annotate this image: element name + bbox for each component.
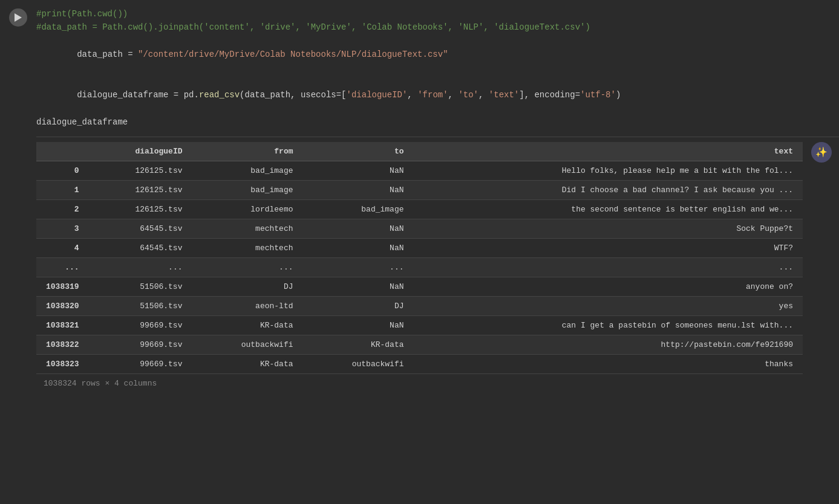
cell-5-to: ...: [303, 257, 414, 277]
run-button-area: [0, 0, 36, 504]
cell-2-index: 2: [36, 199, 89, 219]
cell-10-dialogueID: 99669.tsv: [89, 354, 192, 373]
cell-1-text: Did I choose a bad channel? I ask becaus…: [414, 180, 803, 199]
cell-1-dialogueID: 126125.tsv: [89, 180, 192, 199]
col-header-dialogueid: dialogueID: [89, 142, 192, 161]
cell-9-to: KR-data: [303, 335, 414, 354]
cell-7-from: aeon-ltd: [192, 296, 302, 315]
cell-8-dialogueID: 99669.tsv: [89, 315, 192, 335]
table-row: 2126125.tsvlordleemobad_imagethe second …: [36, 199, 803, 219]
cell-7-dialogueID: 51506.tsv: [89, 296, 192, 315]
cell-6-text: anyone on?: [414, 277, 803, 296]
cell-0-from: bad_image: [192, 161, 302, 180]
cell-5-from: ...: [192, 257, 302, 277]
cell-4-text: WTF?: [414, 238, 803, 257]
cell-6-dialogueID: 51506.tsv: [89, 277, 192, 296]
cell-4-index: 4: [36, 238, 89, 257]
cell-3-from: mechtech: [192, 219, 302, 238]
code-area: #print(Path.cwd()) #data_path = Path.cwd…: [36, 0, 839, 137]
notebook-cell: #print(Path.cwd()) #data_path = Path.cwd…: [0, 0, 839, 504]
table-row: 103832299669.tsvoutbackwifiKR-datahttp:/…: [36, 335, 803, 354]
cell-2-text: the second sentence is better english an…: [414, 199, 803, 219]
cell-6-from: DJ: [192, 277, 302, 296]
svg-marker-0: [15, 13, 22, 22]
cell-8-to: NaN: [303, 315, 414, 335]
cell-0-to: NaN: [303, 161, 414, 180]
code-line-1: #print(Path.cwd()): [36, 7, 832, 21]
cell-content: #print(Path.cwd()) #data_path = Path.cwd…: [36, 0, 839, 504]
cell-10-from: KR-data: [192, 354, 302, 373]
table-row: 364545.tsvmechtechNaNSock Puppe?t: [36, 219, 803, 238]
col-header-from: from: [192, 142, 302, 161]
cell-7-text: yes: [414, 296, 803, 315]
table-row: 103832051506.tsvaeon-ltdDJyes: [36, 296, 803, 315]
cell-3-dialogueID: 64545.tsv: [89, 219, 192, 238]
cell-3-text: Sock Puppe?t: [414, 219, 803, 238]
cell-4-from: mechtech: [192, 238, 302, 257]
cell-10-text: thanks: [414, 354, 803, 373]
cell-6-index: 1038319: [36, 277, 89, 296]
cell-0-dialogueID: 126125.tsv: [89, 161, 192, 180]
table-row: 464545.tsvmechtechNaNWTF?: [36, 238, 803, 257]
cell-5-index: ...: [36, 257, 89, 277]
col-header-to: to: [303, 142, 414, 161]
run-button[interactable]: [9, 8, 27, 27]
cell-1-from: bad_image: [192, 180, 302, 199]
code-line-5: dialogue_dataframe: [36, 115, 832, 129]
magic-icon: ✨: [815, 146, 828, 158]
cell-2-from: lordleemo: [192, 199, 302, 219]
output-area: ✨ dialogueID from to text 0126125.ts: [36, 137, 839, 398]
table-row: 103832399669.tsvKR-dataoutbackwifithanks: [36, 354, 803, 373]
table-row: 0126125.tsvbad_imageNaNHello folks, plea…: [36, 161, 803, 180]
cell-5-text: ...: [414, 257, 803, 277]
cell-7-to: DJ: [303, 296, 414, 315]
cell-4-to: NaN: [303, 238, 414, 257]
code-line-3: data_path = "/content/drive/MyDrive/Cola…: [36, 34, 832, 75]
cell-2-to: bad_image: [303, 199, 414, 219]
cell-3-index: 3: [36, 219, 89, 238]
cell-9-from: outbackwifi: [192, 335, 302, 354]
cell-10-index: 1038323: [36, 354, 89, 373]
code-line-2: #data_path = Path.cwd().joinpath('conten…: [36, 21, 832, 34]
table-row: ...............: [36, 257, 803, 277]
cell-3-to: NaN: [303, 219, 414, 238]
table-row: 103832199669.tsvKR-dataNaNcan I get a pa…: [36, 315, 803, 335]
table-row: 103831951506.tsvDJNaNanyone on?: [36, 277, 803, 296]
dataframe-table-wrapper: dialogueID from to text 0126125.tsvbad_i…: [36, 142, 839, 374]
magic-button[interactable]: ✨: [811, 142, 832, 163]
cell-5-dialogueID: ...: [89, 257, 192, 277]
cell-10-to: outbackwifi: [303, 354, 414, 373]
cell-1-index: 1: [36, 180, 89, 199]
cell-0-text: Hello folks, please help me a bit with t…: [414, 161, 803, 180]
cell-0-index: 0: [36, 161, 89, 180]
cell-8-from: KR-data: [192, 315, 302, 335]
cell-1-to: NaN: [303, 180, 414, 199]
code-line-4: dialogue_dataframe = pd.read_csv(data_pa…: [36, 75, 832, 115]
dataframe-table: dialogueID from to text 0126125.tsvbad_i…: [36, 142, 803, 374]
row-summary: 1038324 rows × 4 columns: [36, 374, 839, 393]
cell-9-text: http://pastebin.com/fe921690: [414, 335, 803, 354]
cell-8-text: can I get a pastebin of someones menu.ls…: [414, 315, 803, 335]
table-row: 1126125.tsvbad_imageNaNDid I choose a ba…: [36, 180, 803, 199]
cell-2-dialogueID: 126125.tsv: [89, 199, 192, 219]
col-header-text: text: [414, 142, 803, 161]
cell-4-dialogueID: 64545.tsv: [89, 238, 192, 257]
cell-8-index: 1038321: [36, 315, 89, 335]
cell-9-dialogueID: 99669.tsv: [89, 335, 192, 354]
cell-6-to: NaN: [303, 277, 414, 296]
cell-7-index: 1038320: [36, 296, 89, 315]
table-header-row: dialogueID from to text: [36, 142, 803, 161]
col-header-index: [36, 142, 89, 161]
cell-9-index: 1038322: [36, 335, 89, 354]
